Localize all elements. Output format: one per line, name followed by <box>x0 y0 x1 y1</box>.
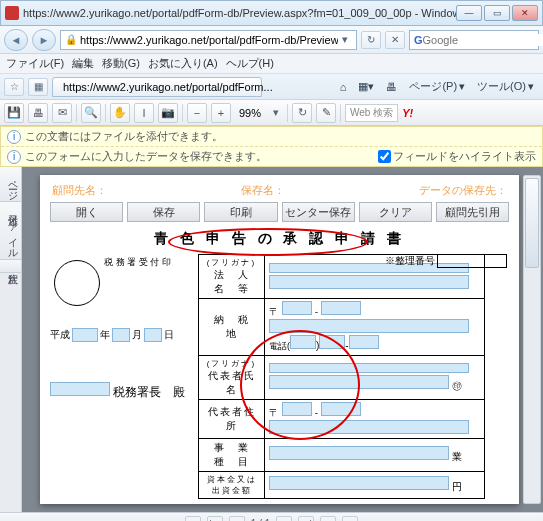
sidebar-tab-comment[interactable]: 注釈 <box>0 260 21 273</box>
rzip1-field[interactable] <box>282 402 312 416</box>
prev-page-button[interactable]: ◄ <box>229 516 245 522</box>
repname-label: 代表者氏名 <box>203 369 260 397</box>
rotate-button[interactable]: ↻ <box>292 103 312 123</box>
repaddr-label: 代表者住所 <box>199 400 265 439</box>
lock-icon: 🔒 <box>65 34 77 45</box>
pdf-save-button[interactable]: 💾 <box>4 103 24 123</box>
close-button[interactable]: ✕ <box>512 5 538 21</box>
menu-help[interactable]: ヘルプ(H) <box>226 56 274 71</box>
page-menu[interactable]: ページ(P)▾ <box>404 78 470 96</box>
address-box[interactable]: 🔒 ▾ <box>60 30 357 50</box>
day-field[interactable] <box>144 328 162 342</box>
expand-button[interactable]: ⤢ <box>185 516 201 522</box>
info-icon: i <box>7 130 21 144</box>
sidebar-tab-attach[interactable]: 添付ファイル <box>0 202 21 260</box>
pdf-hand-tool[interactable]: ✋ <box>110 103 130 123</box>
year-field[interactable] <box>72 328 98 342</box>
print-button[interactable]: 🖶 <box>381 78 402 96</box>
capital-label: 資本金又は出資金額 <box>199 472 265 499</box>
window-title: https://www2.yurikago.net/portal/pdfForm… <box>23 7 456 19</box>
zoom-out-button[interactable]: − <box>187 103 207 123</box>
addr-field[interactable] <box>269 319 469 333</box>
stamp-label: 税 務 署 受 付 印 <box>104 256 171 269</box>
feeds-button[interactable]: ▦ <box>28 78 48 96</box>
rzip2-field[interactable] <box>321 402 361 416</box>
window-titlebar: https://www2.yurikago.net/portal/pdfForm… <box>0 0 543 26</box>
pdf-mail-button[interactable]: ✉ <box>52 103 72 123</box>
save-message: このフォームに入力したデータを保存できます。 <box>25 149 267 164</box>
search-box[interactable]: G ▾ <box>409 30 539 50</box>
stop-load-button[interactable]: ● <box>320 516 336 522</box>
zoom-value[interactable]: 99% <box>235 107 265 119</box>
clear-button[interactable]: クリア <box>359 202 432 222</box>
menu-fav[interactable]: お気に入り(A) <box>148 56 218 71</box>
pdf-snapshot-tool[interactable]: 📷 <box>158 103 178 123</box>
repfuri-field[interactable] <box>269 363 469 373</box>
heisei-label: 平成 <box>50 328 70 342</box>
tel1-field[interactable] <box>290 335 316 349</box>
ref-button[interactable]: 顧問先引用 <box>436 202 509 222</box>
office-field[interactable] <box>50 382 110 396</box>
menu-edit[interactable]: 編集 <box>72 56 94 71</box>
tab-row: ☆ ▦ https://www2.yurikago.net/portal/pdf… <box>0 74 543 100</box>
info-icon: i <box>7 150 21 164</box>
highlight-check[interactable] <box>378 150 391 163</box>
highlight-checkbox[interactable]: フィールドをハイライト表示 <box>378 149 536 164</box>
tab-title: https://www2.yurikago.net/portal/pdfForm… <box>63 81 273 93</box>
doc-title: 青 色 申 告 の 承 認 申 請 書 <box>50 230 509 248</box>
save-button[interactable]: 保存 <box>127 202 200 222</box>
address-row: ◄ ► 🔒 ▾ ↻ ✕ G ▾ <box>0 26 543 54</box>
next-page-button[interactable]: ► <box>276 516 292 522</box>
url-dropdown-icon[interactable]: ▾ <box>338 33 352 46</box>
refresh-button[interactable]: ↻ <box>361 31 381 49</box>
month-field[interactable] <box>112 328 130 342</box>
corpname-field[interactable] <box>269 275 469 289</box>
tools-menu[interactable]: ツール(O)▾ <box>472 78 539 96</box>
zip2-field[interactable] <box>321 301 361 315</box>
web-search-box[interactable]: Web 検索 <box>345 104 398 122</box>
biztype-field[interactable] <box>269 446 449 460</box>
biztype-label: 事 業 種 目 <box>199 439 265 472</box>
sidebar-tab-pages[interactable]: ページ <box>0 167 21 202</box>
minimize-button[interactable]: — <box>456 5 482 21</box>
menu-go[interactable]: 移動(G) <box>102 56 140 71</box>
back-button[interactable]: ◄ <box>4 29 28 51</box>
repname-field[interactable] <box>269 375 449 389</box>
pdf-toolbar: 💾 🖶 ✉ 🔍 ✋ I 📷 − + 99% ▾ ↻ ✎ Web 検索 Y! <box>0 100 543 126</box>
zoom-dropdown-icon[interactable]: ▾ <box>269 106 283 119</box>
stamp-circle <box>54 260 100 306</box>
open-button[interactable]: 開く <box>50 202 123 222</box>
yahoo-icon[interactable]: Y! <box>402 107 413 119</box>
raddr-field[interactable] <box>269 420 469 434</box>
feeds2-button[interactable]: ▦▾ <box>353 78 379 96</box>
go-button[interactable]: ● <box>342 516 358 522</box>
center-save-button[interactable]: センター保存 <box>282 202 355 222</box>
capital-field[interactable] <box>269 476 449 490</box>
forward-button[interactable]: ► <box>32 29 56 51</box>
pdf-select-tool[interactable]: I <box>134 103 154 123</box>
serial-box[interactable] <box>437 254 507 268</box>
zip1-field[interactable] <box>282 301 312 315</box>
tel2-field[interactable] <box>319 335 345 349</box>
biz-suffix: 業 <box>452 451 462 462</box>
search-input[interactable] <box>423 34 543 46</box>
tel3-field[interactable] <box>349 335 379 349</box>
favorites-button[interactable]: ☆ <box>4 78 24 96</box>
url-input[interactable] <box>80 34 338 46</box>
first-page-button[interactable]: |◄ <box>207 516 223 522</box>
browser-tab[interactable]: https://www2.yurikago.net/portal/pdfForm… <box>52 77 262 97</box>
maximize-button[interactable]: ▭ <box>484 5 510 21</box>
menu-file[interactable]: ファイル(F) <box>6 56 64 71</box>
vertical-scrollbar[interactable] <box>523 175 541 504</box>
zoom-in-button[interactable]: + <box>211 103 231 123</box>
home-button[interactable]: ⌂ <box>335 78 352 96</box>
last-page-button[interactable]: ►| <box>298 516 314 522</box>
office-chief: 税務署長 殿 <box>50 382 198 401</box>
pdf-print-button[interactable]: 🖶 <box>28 103 48 123</box>
formprint-button[interactable]: 印刷 <box>204 202 277 222</box>
sign-button[interactable]: ✎ <box>316 103 336 123</box>
stop-button[interactable]: ✕ <box>385 31 405 49</box>
applicant-table: (フリガナ)法 人 名 等 納 税 地 〒 -電話()- (フリガナ)代表者氏名… <box>198 254 485 499</box>
scrollbar-thumb[interactable] <box>525 178 539 268</box>
pdf-search-button[interactable]: 🔍 <box>81 103 101 123</box>
